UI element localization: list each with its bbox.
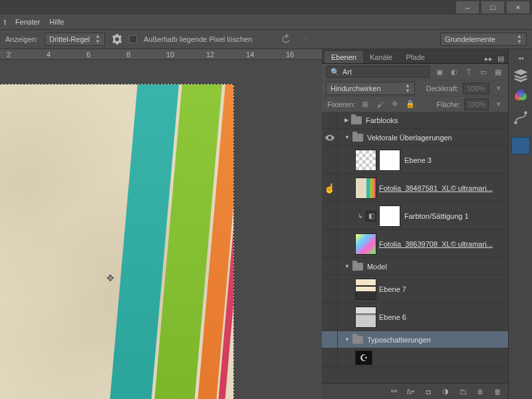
tab-layers[interactable]: Ebenen <box>325 51 363 63</box>
delete-pixels-checkbox[interactable] <box>129 35 137 43</box>
visibility-toggle[interactable] <box>322 202 338 229</box>
opacity-scrub-icon[interactable]: ▾ <box>493 83 504 94</box>
add-mask-icon[interactable]: ◘ <box>423 386 434 397</box>
disclosure-triangle-icon[interactable]: ▼ <box>344 134 350 140</box>
layer-thumbnail[interactable] <box>355 279 376 300</box>
reset-crop-icon[interactable] <box>279 33 293 45</box>
commit-crop-icon[interactable]: ✓ <box>297 33 312 45</box>
layer-thumbnail[interactable] <box>355 350 372 365</box>
lock-position-icon[interactable]: ✥ <box>390 99 401 110</box>
layer-name[interactable]: Ebene 7 <box>379 285 406 293</box>
visibility-toggle[interactable] <box>322 230 338 257</box>
visibility-toggle[interactable] <box>322 146 338 174</box>
lock-transparency-icon[interactable]: ▦ <box>359 99 370 110</box>
adjustment-layer-icon[interactable]: ◑ <box>440 386 451 397</box>
layer-ebene3[interactable]: Ebene 3 <box>322 146 508 174</box>
layers-list[interactable]: ▶Farblooks ▼Vektorale Überlagerungen Ebe… <box>322 112 508 383</box>
menu-item-help[interactable]: Hilfe <box>49 18 64 26</box>
window-close-button[interactable]: × <box>507 1 529 13</box>
new-group-icon[interactable]: 🗀 <box>458 386 468 397</box>
channels-panel-icon[interactable] <box>511 88 530 105</box>
layer-mask-thumbnail[interactable] <box>379 205 400 227</box>
layer-name[interactable]: Farblooks <box>366 116 398 124</box>
layer-group-model[interactable]: ▼Model <box>322 258 508 275</box>
layer-thumbnail[interactable] <box>355 150 376 171</box>
layer-name[interactable]: Ebene 3 <box>404 156 432 164</box>
visibility-toggle[interactable] <box>322 348 338 366</box>
layer-fotolia1[interactable]: ☝ Fotolia_38487581_XL© ultramari... <box>322 174 508 202</box>
filter-pixel-icon[interactable]: ▣ <box>434 66 446 77</box>
selected-blue-panel-icon[interactable] <box>511 137 530 154</box>
layer-style-icon[interactable]: fx▾ <box>406 386 416 397</box>
hand-cursor-icon: ☝ <box>324 183 335 194</box>
expand-strip-icon[interactable]: ◂◂ <box>511 53 530 63</box>
disclosure-triangle-icon[interactable]: ▼ <box>344 336 350 342</box>
layer-ebene7[interactable]: Ebene 7 <box>322 275 508 303</box>
visibility-toggle[interactable]: ☝ <box>322 174 338 201</box>
fill-scrub-icon[interactable]: ▾ <box>493 99 504 110</box>
layer-name[interactable]: Fotolia_38639708_XL© ultramari... <box>379 240 493 248</box>
menu-item-window[interactable]: Fenster <box>15 18 40 26</box>
fill-input[interactable]: 100% <box>464 98 489 110</box>
layer-thumbnail[interactable] <box>355 307 376 328</box>
link-layers-icon[interactable]: ⚯ <box>388 386 399 397</box>
horizontal-ruler[interactable]: 2 4 6 8 10 12 14 16 <box>0 49 322 60</box>
layer-name[interactable]: Farbton/Sättigung 1 <box>404 212 469 220</box>
layer-name[interactable]: Fotolia_38487581_XL© ultramari... <box>379 184 493 192</box>
window-minimize-button[interactable]: – <box>456 1 479 13</box>
dropdown-arrows-icon: ▲▼ <box>405 83 410 94</box>
collapse-panel-icon[interactable]: ▸▸ <box>484 54 493 63</box>
tab-channels[interactable]: Kanäle <box>363 51 399 63</box>
layer-thumbnail[interactable] <box>355 178 376 199</box>
opacity-input[interactable]: 100% <box>463 82 489 94</box>
layer-group-typo[interactable]: ▼Typoschattierungen <box>322 331 508 348</box>
ruler-tick: 16 <box>286 51 294 59</box>
visibility-toggle[interactable] <box>322 112 338 128</box>
layer-name[interactable]: Model <box>367 263 387 271</box>
layer-name[interactable]: Vektorale Überlagerungen <box>367 134 452 142</box>
menu-bar: t Fenster Hilfe <box>0 15 532 29</box>
filter-type-icon[interactable]: T <box>463 66 475 77</box>
disclosure-triangle-icon[interactable]: ▶ <box>344 117 348 123</box>
layer-thumbnail[interactable] <box>355 233 376 255</box>
lock-fill-row: Fixieren: ▦ 🖌 ✥ 🔒 Fläche: 100% ▾ <box>322 96 508 112</box>
layer-mask-thumbnail[interactable] <box>379 150 400 171</box>
visibility-toggle[interactable] <box>322 129 338 146</box>
visibility-toggle[interactable] <box>322 275 338 303</box>
visibility-toggle[interactable] <box>322 303 338 331</box>
disclosure-triangle-icon[interactable]: ▼ <box>344 263 350 269</box>
filter-adjustment-icon[interactable]: ◐ <box>448 66 460 77</box>
layer-partial[interactable] <box>322 348 508 367</box>
menu-item-truncated[interactable]: t <box>4 18 6 26</box>
window-maximize-button[interactable]: □ <box>481 1 504 13</box>
layer-fotolia2[interactable]: Fotolia_38639708_XL© ultramari... <box>322 230 508 258</box>
layer-hue-sat[interactable]: ↳◧Farbton/Sättigung 1 <box>322 202 508 230</box>
layer-group-vectors[interactable]: ▼Vektorale Überlagerungen <box>322 129 508 146</box>
paths-panel-icon[interactable] <box>511 109 530 126</box>
visibility-toggle[interactable] <box>322 258 338 275</box>
delete-layer-icon[interactable]: 🗑 <box>492 386 503 397</box>
blend-mode-dropdown[interactable]: Hindurchwirken ▲▼ <box>326 82 415 95</box>
layer-name[interactable]: Ebene 6 <box>379 313 406 321</box>
panel-menu-icon[interactable]: ▤ <box>496 54 505 63</box>
layer-ebene6[interactable]: Ebene 6 <box>322 303 508 331</box>
layers-panel-icon[interactable] <box>511 66 530 84</box>
lock-all-icon[interactable]: 🔒 <box>404 99 416 110</box>
overlay-dropdown[interactable]: Drittel-Regel ▲▼ <box>45 33 105 46</box>
visibility-toggle[interactable] <box>322 331 338 348</box>
gear-icon[interactable] <box>112 34 122 45</box>
filter-shape-icon[interactable]: ▭ <box>477 66 489 77</box>
lock-pixels-icon[interactable]: 🖌 <box>374 99 386 110</box>
filter-smart-icon[interactable]: ▦ <box>492 66 504 77</box>
document-canvas[interactable] <box>0 84 234 399</box>
layer-name[interactable]: Typoschattierungen <box>367 336 431 344</box>
new-layer-icon[interactable]: 🗎 <box>475 386 485 397</box>
workspace-dropdown[interactable]: Grundelemente ▲▼ <box>440 33 527 46</box>
canvas-viewport[interactable]: ✥ <box>0 60 322 399</box>
dropdown-arrows-icon: ▲▼ <box>517 34 522 45</box>
filter-kind-dropdown[interactable]: 🔍 Art <box>326 66 430 78</box>
adjustment-thumbnail[interactable]: ◧ <box>366 211 376 221</box>
layer-group-farblooks[interactable]: ▶Farblooks <box>322 112 508 129</box>
ruler-tick: 6 <box>86 51 90 59</box>
tab-paths[interactable]: Pfade <box>399 51 432 63</box>
